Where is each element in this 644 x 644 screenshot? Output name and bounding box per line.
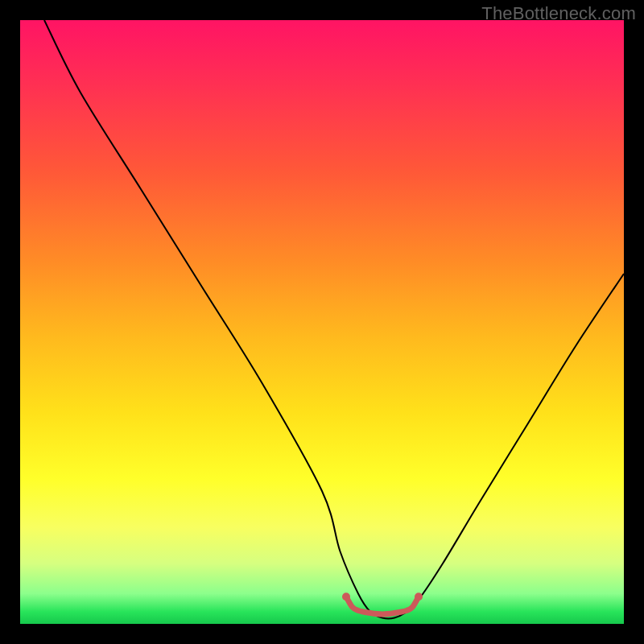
sweet-spot-end-dot-right [415,592,423,601]
watermark-text: TheBottleneck.com [481,3,636,24]
bottleneck-curve [44,20,624,618]
curves-svg [20,20,624,624]
chart-frame: TheBottleneck.com [0,0,644,644]
sweet-spot-end-dot-left [342,592,350,601]
sweet-spot-marker [346,597,419,614]
plot-area [20,20,624,624]
